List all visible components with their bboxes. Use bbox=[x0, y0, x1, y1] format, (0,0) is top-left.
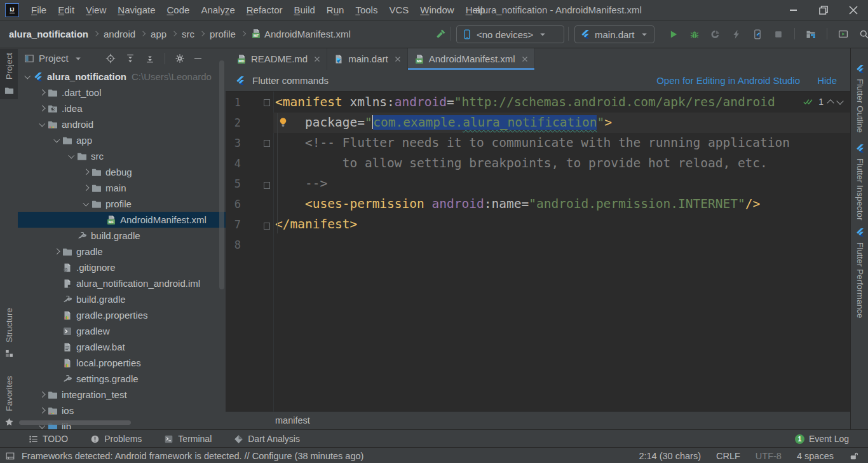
project-horizontal-scrollbar[interactable] bbox=[19, 420, 131, 425]
chevron-down-icon[interactable] bbox=[80, 198, 92, 210]
debug-icon[interactable] bbox=[689, 29, 700, 39]
file-encoding[interactable]: UTF-8 bbox=[756, 451, 782, 461]
tree-item-src[interactable]: src bbox=[18, 148, 226, 164]
chevron-right-icon[interactable] bbox=[36, 389, 48, 401]
menu-refactor[interactable]: Refactor bbox=[241, 0, 288, 20]
tree-item-gradle-properties[interactable]: gradle.properties bbox=[18, 307, 226, 323]
menu-build[interactable]: Build bbox=[288, 0, 320, 20]
unlock-icon[interactable] bbox=[849, 451, 859, 461]
fold-marker-icon[interactable] bbox=[264, 223, 270, 230]
run-config-selector[interactable]: main.dart bbox=[574, 25, 654, 43]
select-opened-file-icon[interactable] bbox=[105, 53, 116, 64]
tool-window-button-problems[interactable]: Problems bbox=[90, 434, 142, 444]
stripe-button-flutter-performance[interactable]: Flutter Performance bbox=[851, 227, 868, 318]
chevron-right-icon[interactable] bbox=[51, 246, 62, 258]
tree-item-build-gradle[interactable]: build.gradle bbox=[18, 228, 226, 244]
run-icon[interactable] bbox=[668, 29, 679, 39]
close-tab-icon[interactable] bbox=[395, 56, 401, 62]
menu-view[interactable]: View bbox=[80, 0, 112, 20]
hide-panel-icon[interactable] bbox=[194, 58, 201, 59]
stop-icon[interactable] bbox=[773, 29, 783, 39]
event-log-button[interactable]: 1 Event Log bbox=[795, 434, 849, 444]
fold-marker-icon[interactable] bbox=[264, 99, 270, 106]
breadcrumb-alura-notification[interactable]: alura_notification bbox=[9, 29, 88, 39]
tree-item-gradlew-bat[interactable]: gradlew.bat bbox=[18, 339, 226, 355]
menu-vcs[interactable]: VCS bbox=[383, 0, 414, 20]
fold-marker-icon[interactable] bbox=[264, 140, 270, 147]
tool-window-button-todo[interactable]: TODO bbox=[28, 434, 68, 444]
close-tab-icon[interactable] bbox=[522, 56, 528, 62]
tree-item-main[interactable]: main bbox=[18, 180, 226, 196]
breadcrumb-profile[interactable]: profile bbox=[210, 29, 236, 39]
project-panel-title[interactable]: Project bbox=[39, 53, 69, 64]
tree-item-idea[interactable]: .idea bbox=[18, 100, 226, 116]
tree-item-gitignore[interactable]: .gitignore bbox=[18, 259, 226, 275]
menu-file[interactable]: File bbox=[25, 0, 52, 20]
stripe-button-favorites[interactable]: Favorites bbox=[0, 372, 18, 431]
next-problem-icon[interactable] bbox=[836, 97, 843, 104]
gear-icon[interactable] bbox=[175, 53, 185, 64]
tree-item-alura-notification-android-iml[interactable]: alura_notification_android.iml bbox=[18, 275, 226, 291]
intention-bulb-icon[interactable] bbox=[278, 117, 288, 128]
close-tab-icon[interactable] bbox=[314, 56, 320, 62]
open-in-android-studio-link[interactable]: Open for Editing in Android Studio bbox=[656, 75, 800, 86]
tool-window-button-terminal[interactable]: Terminal bbox=[163, 434, 212, 444]
chevron-right-icon[interactable] bbox=[36, 103, 48, 114]
chevron-down-icon[interactable] bbox=[22, 71, 33, 83]
breadcrumb-app[interactable]: app bbox=[151, 29, 166, 39]
tree-item-alura-notification[interactable]: alura_notificationC:\Users\Leonardo bbox=[18, 69, 226, 85]
chevron-down-icon[interactable] bbox=[36, 119, 48, 130]
menu-run[interactable]: Run bbox=[321, 0, 350, 20]
chevron-down-icon[interactable] bbox=[73, 53, 83, 64]
chevron-right-icon[interactable] bbox=[80, 183, 92, 194]
tree-item-android[interactable]: android bbox=[18, 116, 226, 132]
build-hammer-icon[interactable] bbox=[436, 29, 446, 39]
code-editor[interactable]: 1<manifest xmlns:android="http://schemas… bbox=[226, 92, 850, 412]
restore-button[interactable] bbox=[808, 0, 838, 20]
chevron-right-icon[interactable] bbox=[36, 405, 48, 417]
tool-window-button-dart-analysis[interactable]: Dart Analysis bbox=[233, 434, 300, 444]
tree-item-dart-tool[interactable]: .dart_tool bbox=[18, 85, 226, 100]
menu-window[interactable]: Window bbox=[414, 0, 459, 20]
hide-banner-link[interactable]: Hide bbox=[817, 75, 837, 86]
chevron-down-icon[interactable] bbox=[65, 151, 77, 162]
search-icon[interactable] bbox=[859, 29, 868, 39]
breadcrumb-android[interactable]: android bbox=[104, 29, 135, 39]
tab-main-dart[interactable]: main.dart bbox=[327, 48, 408, 70]
chevron-right-icon[interactable] bbox=[36, 87, 48, 99]
breadcrumb-androidmanifest-xml[interactable]: MFAndroidManifest.xml bbox=[251, 29, 351, 39]
menu-analyze[interactable]: Analyze bbox=[195, 0, 240, 20]
tree-item-settings-gradle[interactable]: settings.gradle bbox=[18, 371, 226, 387]
breadcrumb-src[interactable]: src bbox=[182, 29, 194, 39]
stripe-button-project[interactable]: Project bbox=[0, 49, 18, 99]
fold-marker-icon[interactable] bbox=[264, 182, 270, 189]
breadcrumb-manifest[interactable]: manifest bbox=[275, 415, 310, 425]
menu-navigate[interactable]: Navigate bbox=[112, 0, 161, 20]
tree-item-integration-test[interactable]: integration_test bbox=[18, 387, 226, 403]
line-separator[interactable]: CRLF bbox=[716, 451, 740, 461]
minimize-button[interactable] bbox=[778, 0, 808, 20]
tree-item-debug[interactable]: debug bbox=[18, 164, 226, 180]
stripe-button-flutter-outline[interactable]: Flutter Outline bbox=[851, 64, 868, 133]
tree-item-build-gradle[interactable]: build.gradle bbox=[18, 291, 226, 307]
tab-androidmanifest-xml[interactable]: MFAndroidManifest.xml bbox=[408, 48, 535, 70]
stripe-button-flutter-inspector[interactable]: Flutter Inspector bbox=[851, 143, 868, 221]
flutter-attach-icon[interactable] bbox=[752, 29, 763, 39]
previous-problem-icon[interactable] bbox=[827, 99, 834, 106]
expand-all-icon[interactable] bbox=[125, 53, 135, 64]
tree-item-local-properties[interactable]: local.properties bbox=[18, 355, 226, 371]
caret-position[interactable]: 2:14 (30 chars) bbox=[639, 451, 701, 461]
tree-item-androidmanifest-xml[interactable]: MFAndroidManifest.xml bbox=[18, 212, 226, 228]
chevron-down-icon[interactable] bbox=[51, 135, 62, 146]
project-vertical-scrollbar[interactable] bbox=[219, 60, 224, 289]
status-message[interactable]: Frameworks detected: Android framework i… bbox=[22, 451, 363, 461]
profiler-icon[interactable] bbox=[710, 29, 721, 39]
apply-changes-icon[interactable] bbox=[731, 29, 742, 39]
tree-item-app[interactable]: app bbox=[18, 132, 226, 148]
tab-readme-md[interactable]: MDREADME.md bbox=[230, 48, 327, 70]
menu-edit[interactable]: Edit bbox=[52, 0, 80, 20]
collapse-all-icon[interactable] bbox=[145, 53, 155, 64]
tree-item-gradle[interactable]: gradle bbox=[18, 244, 226, 259]
stripe-button-structure[interactable]: Structure bbox=[0, 304, 18, 363]
menu-code[interactable]: Code bbox=[161, 0, 196, 20]
